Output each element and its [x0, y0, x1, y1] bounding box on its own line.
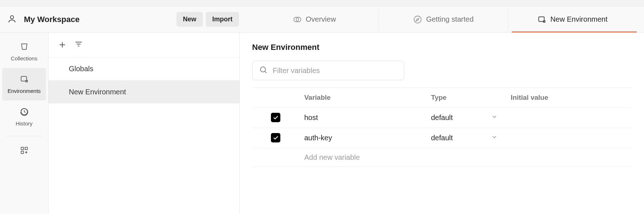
svg-rect-9 [21, 147, 24, 150]
header: My Workspace New Import Overview Getting… [0, 7, 644, 33]
sidebar-item-globals[interactable]: Globals [49, 57, 239, 80]
environment-list: Globals New Environment [49, 33, 240, 214]
import-button[interactable]: Import [206, 12, 239, 27]
variable-type-select[interactable]: default [431, 134, 501, 142]
tab-overview[interactable]: Overview [250, 7, 379, 32]
user-icon [7, 14, 17, 25]
variable-name-cell[interactable]: host [304, 114, 318, 121]
search-icon [259, 65, 268, 76]
sidebar-item-new-environment[interactable]: New Environment [49, 80, 239, 103]
filter-variables-box[interactable] [252, 61, 404, 80]
chevron-down-icon [491, 114, 498, 122]
type-value: default [431, 114, 453, 122]
table-row-add: Add new variable [252, 148, 632, 167]
tab-label: Overview [306, 15, 336, 23]
column-type: Type [426, 88, 506, 108]
filter-variables-input[interactable] [273, 67, 397, 75]
svg-point-12 [260, 67, 265, 72]
chevron-down-icon [491, 134, 498, 142]
variable-name-cell[interactable]: auth-key [304, 134, 332, 142]
environment-title[interactable]: New Environment [252, 43, 632, 52]
history-icon [20, 107, 29, 117]
svg-rect-11 [21, 151, 24, 154]
rail-label: Collections [11, 55, 37, 61]
environments-icon [20, 74, 29, 85]
rail-add[interactable] [0, 139, 48, 163]
environment-icon [537, 15, 547, 24]
compass-icon [413, 15, 422, 24]
rail-collections[interactable]: Collections [0, 35, 48, 68]
row-enabled-checkbox[interactable] [271, 133, 280, 142]
tab-bar: Overview Getting started New Environment [250, 7, 637, 32]
type-value: default [431, 134, 453, 142]
sidebar-item-label: Globals [69, 65, 93, 73]
rail-label: History [16, 120, 33, 127]
add-variable-placeholder[interactable]: Add new variable [304, 153, 360, 161]
list-filter-area [90, 38, 234, 51]
column-variable: Variable [299, 88, 426, 108]
row-enabled-checkbox[interactable] [271, 113, 280, 122]
variables-table: Variable Type Initial value host default [252, 87, 632, 167]
add-environment-button[interactable] [57, 40, 67, 50]
main-panel: New Environment Variable Type Initial va… [240, 33, 644, 214]
svg-point-0 [11, 16, 14, 19]
rail-environments[interactable]: Environments [2, 68, 46, 100]
overview-icon [293, 15, 302, 24]
table-row: host default [252, 108, 632, 128]
rail-label: Environments [8, 88, 41, 94]
variable-type-select[interactable]: default [431, 114, 501, 122]
tab-label: New Environment [550, 15, 607, 23]
left-rail: Collections Environments History [0, 33, 49, 214]
svg-rect-10 [25, 147, 28, 150]
rail-separator [6, 136, 42, 136]
rail-history[interactable]: History [0, 100, 48, 133]
table-row: auth-key default [252, 128, 632, 148]
header-left: My Workspace New Import [7, 12, 239, 27]
collections-icon [20, 42, 29, 52]
column-checkbox [252, 88, 299, 108]
tab-label: Getting started [426, 15, 473, 23]
tab-new-environment[interactable]: New Environment [508, 7, 637, 32]
tab-getting-started[interactable]: Getting started [379, 7, 508, 32]
filter-icon[interactable] [74, 39, 83, 50]
column-initial-value: Initial value [506, 88, 632, 108]
workspace-name: My Workspace [24, 15, 80, 24]
new-button[interactable]: New [176, 12, 203, 27]
grid-plus-icon [20, 146, 29, 156]
window-topbar [0, 0, 644, 7]
svg-point-3 [414, 16, 422, 23]
sidebar-item-label: New Environment [69, 88, 126, 96]
